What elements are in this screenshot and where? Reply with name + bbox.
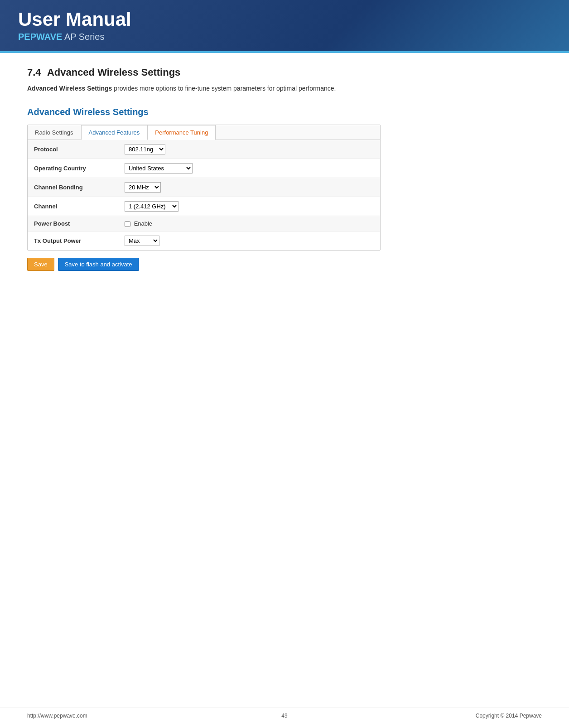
tx-output-power-select[interactable]: Max High Medium Low	[125, 236, 159, 246]
section-description: Advanced Wireless Settings provides more…	[27, 84, 542, 93]
power-boost-label: Power Boost	[28, 216, 118, 231]
save-flash-button[interactable]: Save to flash and activate	[58, 258, 139, 271]
channel-bonding-value: 20 MHz 40 MHz	[118, 178, 380, 197]
save-button[interactable]: Save	[27, 258, 54, 271]
section-heading: 7.4 Advanced Wireless Settings	[27, 67, 542, 78]
operating-country-label: Operating Country	[28, 159, 118, 178]
protocol-label: Protocol	[28, 140, 118, 159]
brand-name: PEPWAVE	[18, 32, 62, 42]
tab-advanced-features[interactable]: Advanced Features	[81, 125, 148, 140]
tx-output-power-label: Tx Output Power	[28, 231, 118, 251]
table-row: Tx Output Power Max High Medium Low	[28, 231, 380, 251]
table-row: Channel 1 (2.412 GHz) 2 (2.417 GHz) 6 (2…	[28, 197, 380, 216]
power-boost-value: Enable	[118, 216, 380, 231]
manual-title: User Manual	[18, 9, 551, 30]
footer-left: http://www.pepwave.com	[27, 713, 87, 719]
tab-radio-settings[interactable]: Radio Settings	[28, 125, 81, 140]
channel-value: 1 (2.412 GHz) 2 (2.417 GHz) 6 (2.437 GHz…	[118, 197, 380, 216]
channel-bonding-label: Channel Bonding	[28, 178, 118, 197]
manual-subtitle: PEPWAVE AP Series	[18, 32, 551, 42]
protocol-select[interactable]: 802.11ng 802.11n 802.11g 802.11b	[125, 144, 165, 154]
channel-bonding-select[interactable]: 20 MHz 40 MHz	[125, 182, 161, 193]
footer-right: Copyright © 2014 Pepwave	[476, 713, 542, 719]
table-row: Operating Country United States Canada U…	[28, 159, 380, 178]
settings-panel: Radio Settings Advanced Features Perform…	[27, 125, 381, 251]
table-row: Channel Bonding 20 MHz 40 MHz	[28, 178, 380, 197]
settings-table: Protocol 802.11ng 802.11n 802.11g 802.11…	[28, 140, 380, 250]
table-row: Power Boost Enable	[28, 216, 380, 231]
power-boost-checkbox-label[interactable]: Enable	[125, 220, 152, 227]
power-boost-checkbox[interactable]	[125, 221, 130, 227]
main-content: 7.4 Advanced Wireless Settings Advanced …	[0, 53, 569, 298]
button-row: Save Save to flash and activate	[27, 258, 381, 271]
footer: http://www.pepwave.com 49 Copyright © 20…	[0, 708, 569, 719]
footer-page-number: 49	[281, 713, 287, 719]
tab-performance-tuning[interactable]: Performance Tuning	[147, 125, 216, 140]
operating-country-value: United States Canada United Kingdom Germ…	[118, 159, 380, 178]
operating-country-select[interactable]: United States Canada United Kingdom Germ…	[125, 163, 193, 174]
tx-output-power-value: Max High Medium Low	[118, 231, 380, 251]
channel-select[interactable]: 1 (2.412 GHz) 2 (2.417 GHz) 6 (2.437 GHz…	[125, 201, 178, 212]
panel-title: Advanced Wireless Settings	[27, 107, 542, 117]
table-row: Protocol 802.11ng 802.11n 802.11g 802.11…	[28, 140, 380, 159]
page-header: User Manual PEPWAVE AP Series	[0, 0, 569, 51]
tabs-container: Radio Settings Advanced Features Perform…	[28, 125, 380, 140]
channel-label: Channel	[28, 197, 118, 216]
protocol-value: 802.11ng 802.11n 802.11g 802.11b	[118, 140, 380, 159]
